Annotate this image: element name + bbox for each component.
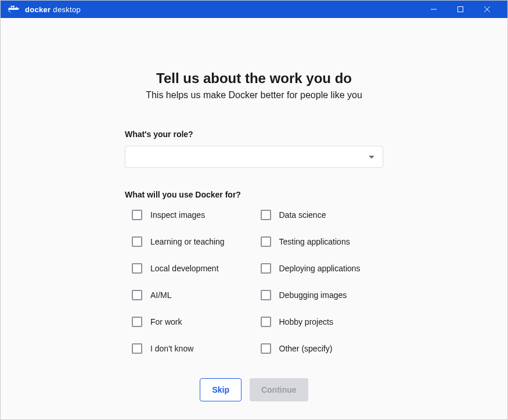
app-title: docker desktop [25,5,81,14]
chevron-down-icon [369,156,374,159]
checkbox-aiml[interactable]: AI/ML [132,290,255,300]
checkbox-hobby[interactable]: Hobby projects [261,317,384,327]
checkbox-local-dev[interactable]: Local development [132,263,255,274]
checkbox-other[interactable]: Other (specify) [261,343,384,354]
checkbox-icon [261,210,271,220]
checkbox-label: Debugging images [279,290,347,300]
checkbox-label: For work [150,317,182,326]
button-row: Skip Continue [125,378,383,401]
checkbox-grid: Inspect images Data science Learning or … [125,210,383,354]
checkbox-for-work[interactable]: For work [132,317,255,327]
svg-rect-5 [13,6,15,8]
checkbox-debugging[interactable]: Debugging images [261,290,384,300]
content-area: Tell us about the work you do This helps… [1,18,507,419]
maximize-button[interactable] [447,1,474,18]
checkbox-icon [261,263,271,274]
checkbox-icon [261,343,271,354]
checkbox-label: Testing applications [279,237,350,246]
checkbox-label: I don't know [150,344,193,353]
app-title-bold: docker [25,5,51,14]
titlebar-brand: docker desktop [8,5,81,14]
checkbox-icon [261,290,271,300]
app-title-light: desktop [51,5,81,14]
checkbox-deploying[interactable]: Deploying applications [261,263,384,274]
checkbox-icon [132,343,142,354]
checkbox-icon [132,236,142,247]
docker-logo-icon [8,5,20,14]
close-button[interactable] [474,1,500,18]
checkbox-icon [261,236,271,247]
use-label: What will you use Docker for? [125,190,383,199]
checkbox-icon [261,317,271,327]
role-select[interactable] [125,146,383,168]
checkbox-label: Learning or teaching [150,237,225,246]
checkbox-testing[interactable]: Testing applications [261,236,384,247]
checkbox-label: Other (specify) [279,344,333,353]
checkbox-icon [132,317,142,327]
checkbox-label: Local development [150,264,219,273]
survey-form: What's your role? What will you use Dock… [125,130,383,401]
checkbox-icon [132,263,142,274]
page-heading: Tell us about the work you do [156,70,352,87]
checkbox-dont-know[interactable]: I don't know [132,343,255,354]
titlebar: docker desktop [1,1,507,18]
page-subheading: This helps us make Docker better for peo… [146,90,362,100]
checkbox-icon [132,210,142,220]
svg-rect-7 [458,7,463,12]
checkbox-label: AI/ML [150,290,172,300]
checkbox-inspect-images[interactable]: Inspect images [132,210,255,220]
minimize-button[interactable] [420,1,447,18]
role-label: What's your role? [125,130,383,139]
checkbox-data-science[interactable]: Data science [261,210,384,220]
continue-button: Continue [250,378,308,401]
svg-rect-4 [11,6,13,8]
checkbox-label: Inspect images [150,210,205,220]
checkbox-label: Data science [279,210,326,220]
checkbox-icon [132,290,142,300]
checkbox-label: Hobby projects [279,317,333,326]
window-controls [420,1,500,18]
checkbox-label: Deploying applications [279,264,361,273]
checkbox-learning[interactable]: Learning or teaching [132,236,255,247]
skip-button[interactable]: Skip [200,378,242,401]
